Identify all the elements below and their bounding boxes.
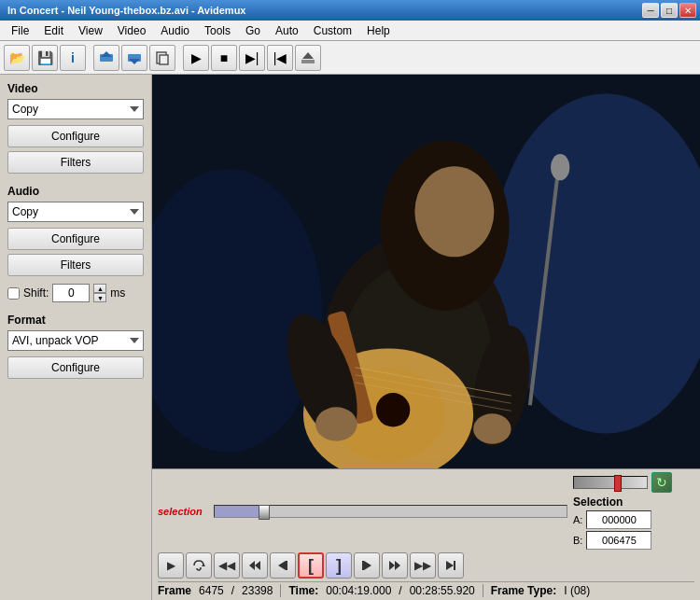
video-preview: BBC FOUR <box>152 75 700 468</box>
export-button[interactable] <box>295 45 321 71</box>
video-frame: BBC FOUR <box>152 75 700 468</box>
frame-current: 6475 <box>199 584 224 597</box>
audio-configure-button[interactable]: Configure <box>7 228 144 250</box>
go-end-button[interactable] <box>438 552 464 579</box>
shift-input[interactable] <box>52 284 90 302</box>
audio-codec-select[interactable]: Copy MP3 AAC <box>7 202 144 222</box>
menu-go[interactable]: Go <box>238 22 268 39</box>
status-bar: Frame 6475 / 23398 Time: 00:04:19.000 / … <box>158 581 694 597</box>
progress-fill <box>215 506 264 517</box>
menu-edit[interactable]: Edit <box>36 22 71 39</box>
audio-filters-button[interactable]: Filters <box>7 254 144 276</box>
video-section-label: Video <box>7 82 144 95</box>
info-button[interactable]: i <box>60 45 86 71</box>
video-codec-select[interactable]: Copy Mpeg4 AVC Mpeg4 ASP <box>7 99 144 119</box>
menu-audio[interactable]: Audio <box>153 22 197 39</box>
next-frame-button[interactable] <box>354 552 380 579</box>
right-controls: ↻ Selection A: B: <box>573 472 694 550</box>
svg-rect-39 <box>454 561 455 570</box>
frame-sep: / <box>231 584 234 597</box>
svg-rect-6 <box>301 60 315 63</box>
svg-rect-5 <box>160 55 168 64</box>
volume-thumb[interactable] <box>614 475 622 492</box>
svg-marker-34 <box>364 561 371 570</box>
close-button[interactable]: ✕ <box>679 3 696 18</box>
svg-marker-29 <box>202 564 205 566</box>
menu-view[interactable]: View <box>71 22 110 39</box>
menu-bar: File Edit View Video Audio Tools Go Auto… <box>0 21 700 41</box>
minimize-button[interactable]: ─ <box>642 3 659 18</box>
prev-key-button[interactable] <box>242 552 268 579</box>
menu-custom[interactable]: Custom <box>306 22 359 39</box>
cut-b-button[interactable] <box>121 45 147 71</box>
menu-video[interactable]: Video <box>110 22 153 39</box>
svg-marker-37 <box>389 561 395 570</box>
spin-up-button[interactable]: ▲ <box>93 284 106 293</box>
save-button[interactable]: 💾 <box>32 45 58 71</box>
svg-marker-32 <box>278 561 286 570</box>
video-filters-button[interactable]: Filters <box>7 151 144 174</box>
prev-button[interactable]: |◀ <box>267 45 293 71</box>
progress-track[interactable] <box>214 505 567 518</box>
title-bar: In Concert - Neil Young-thebox.bz.avi - … <box>0 0 700 21</box>
stop-button[interactable]: ■ <box>211 45 237 71</box>
toolbar: 📂 💾 i ▶ ■ ▶| |◀ <box>0 41 700 75</box>
sel-a-label: A: <box>573 514 582 525</box>
mark-out-button[interactable]: ] <box>326 552 352 579</box>
shift-spinner: ▲ ▼ <box>93 284 106 302</box>
format-section-label: Format <box>7 314 144 327</box>
rewind-button[interactable]: ◀◀ <box>214 552 240 579</box>
frame-total: 23398 <box>242 584 273 597</box>
selection-panel-label: Selection <box>573 495 694 509</box>
svg-marker-36 <box>395 561 400 570</box>
frame-type-value: I (08) <box>564 584 590 597</box>
spin-down-button[interactable]: ▼ <box>93 293 106 302</box>
time-label: Time: <box>288 584 318 597</box>
recycle-button[interactable]: ↻ <box>651 472 672 493</box>
main-layout: Video Copy Mpeg4 AVC Mpeg4 ASP Configure… <box>0 75 700 600</box>
menu-file[interactable]: File <box>4 22 36 39</box>
title-bar-buttons: ─ □ ✕ <box>642 3 696 18</box>
menu-auto[interactable]: Auto <box>268 22 306 39</box>
sel-a-input[interactable] <box>586 510 651 529</box>
selection-panel: Selection A: B: <box>573 495 694 550</box>
menu-tools[interactable]: Tools <box>197 22 238 39</box>
shift-row: Shift: ▲ ▼ ms <box>7 284 144 302</box>
svg-point-25 <box>473 413 511 443</box>
svg-point-21 <box>551 154 569 180</box>
next-key-button[interactable] <box>382 552 408 579</box>
sel-b-row: B: <box>573 531 694 550</box>
maximize-button[interactable]: □ <box>661 3 678 18</box>
frame-label: Frame <box>158 584 191 597</box>
fast-forward-button[interactable]: ▶▶ <box>410 552 436 579</box>
selection-bar-row: selection ↻ Selection <box>158 472 694 550</box>
copy-section-button[interactable] <box>149 45 175 71</box>
play-transport-button[interactable]: ▶ <box>158 552 184 579</box>
sel-b-input[interactable] <box>586 531 651 550</box>
mark-in-button[interactable]: [ <box>298 552 324 579</box>
menu-help[interactable]: Help <box>359 22 398 39</box>
transport-row: ▶ ◀◀ [ ] <box>158 552 694 579</box>
play-button[interactable]: ▶ <box>183 45 209 71</box>
next-button[interactable]: ▶| <box>239 45 265 71</box>
video-configure-button[interactable]: Configure <box>7 125 144 147</box>
loop-button[interactable] <box>186 552 212 579</box>
format-section: Format AVI, unpack VOP AVI MKV MP4 Confi… <box>7 314 144 383</box>
prev-frame-button[interactable] <box>270 552 296 579</box>
time-total: 00:28:55.920 <box>410 584 475 597</box>
svg-marker-7 <box>302 52 314 59</box>
open-file-button[interactable]: 📂 <box>4 45 30 71</box>
progress-thumb[interactable] <box>259 505 270 520</box>
cut-a-button[interactable] <box>93 45 119 71</box>
time-current: 00:04:19.000 <box>326 584 391 597</box>
svg-point-18 <box>376 393 410 426</box>
window-title: In Concert - Neil Young-thebox.bz.avi - … <box>7 5 245 16</box>
selection-label: selection <box>158 506 208 517</box>
shift-unit: ms <box>110 286 125 300</box>
shift-checkbox[interactable] <box>7 287 20 300</box>
svg-point-24 <box>315 407 357 440</box>
volume-track[interactable] <box>573 476 648 489</box>
frame-type-label: Frame Type: <box>491 584 556 597</box>
format-select[interactable]: AVI, unpack VOP AVI MKV MP4 <box>7 330 144 351</box>
format-configure-button[interactable]: Configure <box>7 356 144 379</box>
